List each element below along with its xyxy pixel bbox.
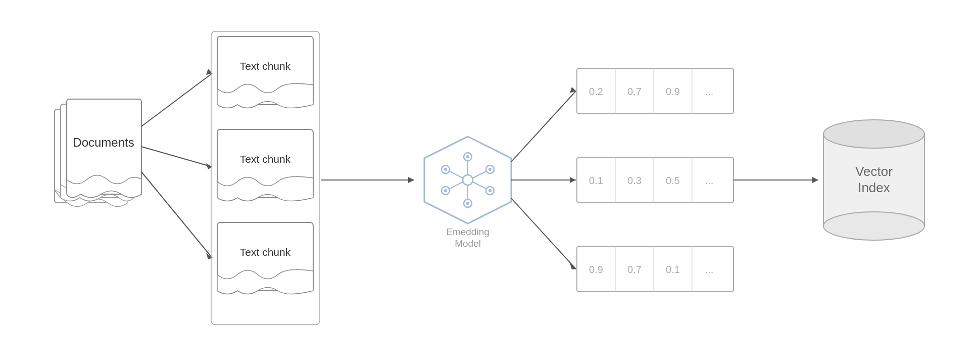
svg-text:Text chunk: Text chunk bbox=[240, 246, 291, 258]
svg-text:...: ... bbox=[705, 175, 714, 186]
svg-text:0.7: 0.7 bbox=[627, 86, 642, 97]
documents-label: Documents bbox=[73, 136, 134, 149]
svg-point-36 bbox=[466, 202, 469, 205]
svg-text:0.1: 0.1 bbox=[666, 264, 680, 275]
svg-text:0.5: 0.5 bbox=[666, 175, 680, 186]
svg-text:0.3: 0.3 bbox=[627, 175, 642, 186]
svg-point-33 bbox=[466, 155, 469, 158]
svg-point-37 bbox=[444, 189, 447, 192]
svg-point-38 bbox=[444, 168, 447, 171]
embedding-label-line2: Model bbox=[455, 238, 481, 249]
svg-text:Text chunk: Text chunk bbox=[240, 60, 291, 72]
svg-text:Text chunk: Text chunk bbox=[240, 153, 291, 165]
svg-text:...: ... bbox=[705, 86, 714, 97]
svg-text:0.9: 0.9 bbox=[589, 264, 603, 275]
svg-point-72 bbox=[823, 120, 924, 148]
svg-text:0.2: 0.2 bbox=[589, 86, 603, 97]
svg-point-34 bbox=[488, 168, 492, 171]
svg-point-73 bbox=[823, 212, 924, 240]
svg-text:0.9: 0.9 bbox=[666, 86, 680, 97]
vector-index-label-line2: Index bbox=[858, 180, 890, 195]
diagram-svg: Documents Text chunk Text chunk Text chu… bbox=[0, 0, 980, 360]
svg-text:0.7: 0.7 bbox=[627, 264, 642, 275]
svg-point-35 bbox=[488, 189, 492, 192]
svg-text:...: ... bbox=[705, 264, 714, 275]
embedding-label-line1: Emedding bbox=[446, 227, 489, 237]
vector-index-label-line1: Vector bbox=[855, 164, 893, 179]
svg-text:0.1: 0.1 bbox=[589, 175, 603, 186]
